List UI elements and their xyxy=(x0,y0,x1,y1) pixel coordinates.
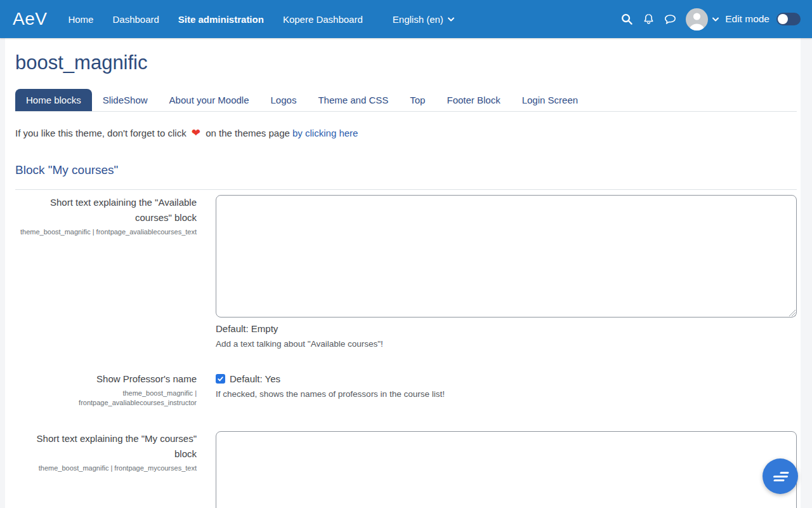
nav-item-kopere-dashboard[interactable]: Kopere Dashboard xyxy=(273,9,372,30)
chat-bubble-icon xyxy=(664,13,677,26)
setting-label-column: Show Professor's name theme_boost_magnif… xyxy=(15,371,197,408)
nav-item-home[interactable]: Home xyxy=(58,9,103,30)
edit-mode-toggle[interactable] xyxy=(776,13,801,25)
top-navbar: AeV Home Dashboard Site administration K… xyxy=(0,0,812,38)
section-heading-my-courses: Block "My courses" xyxy=(15,163,797,177)
language-menu-label: English (en) xyxy=(393,14,443,25)
search-icon xyxy=(620,13,633,25)
setting-default: Default: Yes xyxy=(230,373,280,384)
notice-text-before: If you like this theme, don't forget to … xyxy=(15,128,187,138)
chevron-down-icon xyxy=(712,17,719,22)
setting-label: Short text explaining the "Available cou… xyxy=(15,195,197,225)
setting-control-column xyxy=(216,431,797,508)
tab-login-screen[interactable]: Login Screen xyxy=(511,89,589,111)
tab-home-blocks[interactable]: Home blocks xyxy=(15,89,92,111)
setting-id: theme_boost_magnific | frontpage_avaliab… xyxy=(15,389,197,408)
primary-nav: Home Dashboard Site administration Koper… xyxy=(58,9,463,30)
tab-logos[interactable]: Logos xyxy=(260,89,308,111)
nav-item-dashboard[interactable]: Dashboard xyxy=(103,9,168,30)
tab-footer-block[interactable]: Footer Block xyxy=(436,89,511,111)
setting-control-column: Default: Yes If checked, shows the names… xyxy=(216,371,797,408)
tab-about-your-moodle[interactable]: About your Moodle xyxy=(159,89,260,111)
footer-popover-button[interactable] xyxy=(763,458,798,494)
checkmark-icon xyxy=(217,375,224,382)
setting-label: Short text explaining the "My courses" b… xyxy=(15,431,197,462)
setting-row-mycourses-text: Short text explaining the "My courses" b… xyxy=(15,431,797,508)
show-professor-checkbox[interactable] xyxy=(216,374,225,384)
tab-slideshow[interactable]: SlideShow xyxy=(92,89,159,111)
setting-label-column: Short text explaining the "Available cou… xyxy=(15,195,197,349)
user-menu-toggle[interactable] xyxy=(712,17,719,22)
page-title: boost_magnific xyxy=(15,51,797,75)
site-logo[interactable]: AeV xyxy=(13,9,47,29)
setting-control-column: Default: Empty Add a text talking about … xyxy=(216,195,797,349)
bell-icon xyxy=(642,13,655,26)
mycourses-text-textarea[interactable] xyxy=(216,431,797,508)
tab-top[interactable]: Top xyxy=(399,89,436,111)
search-button[interactable] xyxy=(616,8,638,30)
tab-theme-and-css[interactable]: Theme and CSS xyxy=(307,89,399,111)
themes-page-link[interactable]: by clicking here xyxy=(292,128,358,138)
setting-row-show-professor-name: Show Professor's name theme_boost_magnif… xyxy=(15,371,797,408)
setting-description: If checked, shows the names of professor… xyxy=(216,389,797,399)
settings-tabs: Home blocks SlideShow About your Moodle … xyxy=(15,89,797,112)
heart-icon: ❤ xyxy=(192,127,200,139)
user-avatar[interactable] xyxy=(686,8,708,30)
setting-id: theme_boost_magnific | frontpage_avaliab… xyxy=(15,227,197,237)
setting-row-availablecourses-text: Short text explaining the "Available cou… xyxy=(15,190,797,349)
notice-text-after: on the themes page xyxy=(206,128,290,138)
theme-like-notice: If you like this theme, don't forget to … xyxy=(15,126,797,140)
setting-label-column: Short text explaining the "My courses" b… xyxy=(15,431,197,508)
availablecourses-text-textarea[interactable] xyxy=(216,195,797,318)
text-lines-icon xyxy=(771,470,789,483)
chevron-down-icon xyxy=(448,17,454,22)
messages-button[interactable] xyxy=(659,8,681,30)
setting-id: theme_boost_magnific | frontpage_mycours… xyxy=(15,464,197,473)
edit-mode-label: Edit mode xyxy=(725,13,769,25)
setting-description: Add a text talking about "Available cour… xyxy=(216,339,797,349)
language-menu[interactable]: English (en) xyxy=(383,9,464,30)
main-content: boost_magnific Home blocks SlideShow Abo… xyxy=(5,38,801,508)
user-silhouette-icon xyxy=(686,8,708,30)
toggle-knob xyxy=(778,14,788,24)
navbar-right: Edit mode xyxy=(616,8,801,30)
notifications-button[interactable] xyxy=(638,8,659,30)
nav-item-site-administration[interactable]: Site administration xyxy=(169,9,273,30)
setting-default: Default: Empty xyxy=(216,323,797,334)
setting-label: Show Professor's name xyxy=(15,371,197,387)
